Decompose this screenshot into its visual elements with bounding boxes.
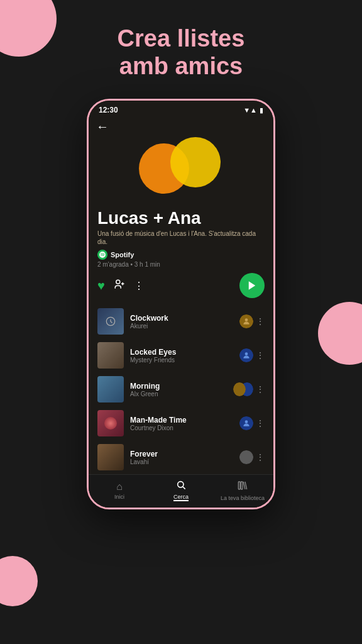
track-thumbnail (97, 308, 124, 335)
circle-yellow (170, 137, 221, 187)
track-info: Man-Made Time Courtney Dixon (130, 416, 233, 431)
track-right: ⋮ (239, 416, 265, 430)
track-info: Forever Lavahí (130, 450, 233, 465)
spotify-name: Spotify (111, 251, 134, 258)
album-art-area (89, 134, 273, 203)
track-thumbnail (97, 342, 124, 369)
battery-icon: ▮ (260, 106, 263, 114)
home-icon: ⌂ (116, 481, 123, 492)
library-icon (238, 480, 248, 494)
signal-icon: ▼▲ (243, 106, 257, 114)
track-right: ⋮ (239, 450, 265, 464)
track-item[interactable]: Morning Alx Green ⋮ (89, 372, 273, 406)
track-info: Locked Eyes Mystery Friends (130, 348, 233, 364)
track-right: ⋮ (239, 314, 265, 328)
playlist-title: Lucas + Ana (89, 203, 273, 230)
track-more-button[interactable]: ⋮ (256, 452, 265, 462)
more-options-button[interactable]: ⋮ (134, 280, 144, 292)
svg-marker-3 (249, 282, 256, 291)
track-artist: Courtney Dixon (130, 425, 233, 431)
track-item[interactable]: Locked Eyes Mystery Friends ⋮ (89, 338, 273, 372)
track-artist: Mystery Friends (130, 357, 233, 364)
track-more-button[interactable]: ⋮ (256, 350, 265, 360)
svg-point-6 (245, 353, 248, 356)
phone-mockup: 12:30 ▼▲ ▮ ← Lucas + Ana Una fusió de mú… (87, 99, 275, 509)
track-name: Man-Made Time (130, 416, 233, 425)
status-bar: 12:30 ▼▲ ▮ (89, 101, 273, 117)
track-item[interactable]: Man-Made Time Courtney Dixon ⋮ (89, 406, 273, 440)
playlist-description: Una fusió de música d'en Lucas i l'Ana. … (89, 230, 273, 250)
track-info: Clockwork Akurei (130, 314, 233, 330)
track-user-avatar (239, 450, 253, 464)
track-thumbnail (97, 444, 124, 470)
track-user-avatar (239, 348, 253, 362)
nav-label-cerca: Cerca (173, 494, 189, 501)
svg-rect-10 (238, 482, 240, 489)
track-thumbnail (97, 376, 124, 402)
bg-decoration-bottom (0, 556, 38, 606)
play-button[interactable] (239, 273, 265, 298)
nav-item-cerca[interactable]: Cerca (150, 480, 212, 501)
svg-point-5 (245, 319, 248, 322)
search-icon (176, 480, 186, 492)
track-user-avatar (239, 314, 253, 328)
track-item[interactable]: Clockwork Akurei ⋮ (89, 304, 273, 338)
controls-row: ♥ ⋮ (89, 273, 273, 304)
svg-point-8 (178, 482, 184, 487)
nav-item-inici[interactable]: ⌂ Inici (89, 481, 150, 500)
track-user-avatars (233, 382, 253, 396)
like-button[interactable]: ♥ (97, 279, 105, 293)
track-more-button[interactable]: ⋮ (256, 384, 265, 394)
app-content: ← Lucas + Ana Una fusió de música d'en L… (89, 117, 273, 508)
track-list: Clockwork Akurei ⋮ L (89, 304, 273, 474)
track-artist: Akurei (130, 323, 233, 330)
svg-line-9 (183, 487, 185, 489)
back-nav: ← (89, 117, 273, 134)
add-person-button[interactable] (114, 279, 125, 292)
track-more-button[interactable]: ⋮ (256, 316, 265, 326)
status-time: 12:30 (99, 106, 118, 114)
track-right: ⋮ (233, 382, 265, 396)
nav-item-biblioteca[interactable]: La teva biblioteca (212, 480, 273, 501)
nav-label-inici: Inici (114, 494, 124, 500)
track-more-button[interactable]: ⋮ (256, 418, 265, 428)
back-button[interactable]: ← (96, 119, 109, 133)
spotify-brand: Spotify (89, 250, 273, 261)
nav-label-biblioteca: La teva biblioteca (221, 495, 265, 501)
bg-decoration-right (318, 302, 362, 365)
track-artist: Lavahí (130, 458, 233, 465)
track-thumbnail (97, 410, 124, 436)
track-right: ⋮ (239, 348, 265, 362)
bottom-nav: ⌂ Inici Cerca (89, 474, 273, 508)
page-title: Crea llistes amb amics (0, 0, 362, 92)
status-icons: ▼▲ ▮ (243, 106, 263, 114)
track-item[interactable]: Forever Lavahí ⋮ (89, 440, 273, 474)
track-name: Locked Eyes (130, 348, 233, 357)
playlist-stats: 2 m'agrada • 3 h 1 min (89, 261, 273, 273)
svg-point-0 (116, 280, 120, 284)
svg-point-7 (245, 421, 248, 424)
track-name: Forever (130, 450, 233, 458)
svg-rect-11 (241, 482, 243, 489)
track-info: Morning Alx Green (130, 382, 227, 397)
track-artist: Alx Green (130, 391, 227, 397)
track-name: Morning (130, 382, 227, 391)
track-name: Clockwork (130, 314, 233, 323)
spotify-logo-icon (97, 250, 107, 260)
track-user-avatar (239, 416, 253, 430)
